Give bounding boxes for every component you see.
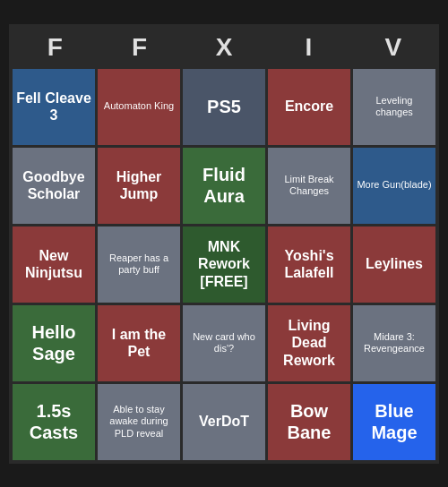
cell-text-4-1: Able to stay awake during PLD reveal (101, 404, 177, 440)
cell-text-1-0: Goodbye Scholar (16, 168, 91, 202)
cell-text-3-4: Midare 3: Revengeance (357, 331, 432, 355)
header-cell: V (351, 28, 435, 67)
cell-text-3-2: New card who dis'? (186, 331, 262, 355)
cell-3-0: Hello Sage (13, 305, 95, 381)
cell-text-1-3: Limit Break Changes (271, 174, 347, 197)
cell-4-1: Able to stay awake during PLD reveal (98, 384, 180, 460)
cell-text-3-1: I am the Pet (101, 326, 177, 360)
cell-1-4: More Gun(blade) (353, 148, 435, 224)
cell-3-1: I am the Pet (98, 305, 180, 381)
cell-text-4-4: Blue Mage (357, 400, 432, 443)
header-cell: X (182, 28, 266, 67)
cell-2-2: MNK Rework [FREE] (183, 226, 265, 303)
header-cell: F (97, 28, 181, 67)
cell-3-3: Living Dead Rework (268, 305, 350, 381)
cell-4-2: VerDoT (183, 384, 265, 460)
cell-text-1-2: Fluid Aura (186, 164, 262, 207)
cell-text-0-2: PS5 (207, 96, 241, 117)
cell-text-2-4: Leylines (366, 255, 423, 272)
cell-1-0: Goodbye Scholar (13, 148, 95, 224)
cell-2-4: Leylines (353, 226, 435, 303)
cell-4-4: Blue Mage (353, 384, 435, 460)
cell-4-0: 1.5s Casts (13, 384, 95, 460)
cell-3-2: New card who dis'? (183, 305, 265, 381)
header-cell: I (266, 28, 350, 67)
cell-text-0-4: Leveling changes (357, 95, 432, 118)
cell-text-1-4: More Gun(blade) (357, 179, 431, 191)
cell-1-1: Higher Jump (98, 148, 180, 224)
cell-text-0-0: Fell Cleave 3 (16, 90, 91, 124)
cell-text-0-1: Automaton King (104, 100, 174, 112)
cell-4-3: Bow Bane (268, 384, 350, 460)
cell-2-1: Reaper has a party buff (98, 226, 180, 303)
cell-text-1-1: Higher Jump (101, 168, 177, 202)
cell-text-2-1: Reaper has a party buff (101, 252, 177, 276)
cell-text-4-3: Bow Bane (271, 400, 347, 443)
cell-text-2-0: New Ninjutsu (16, 247, 91, 281)
cell-0-4: Leveling changes (353, 69, 435, 145)
header-cell: F (13, 28, 97, 67)
cell-1-2: Fluid Aura (183, 148, 265, 224)
cell-0-0: Fell Cleave 3 (13, 69, 95, 145)
cell-text-3-0: Hello Sage (16, 321, 91, 364)
cell-2-3: Yoshi's Lalafell (268, 226, 350, 303)
cell-text-3-3: Living Dead Rework (271, 317, 347, 369)
cell-text-4-2: VerDoT (199, 413, 249, 430)
bingo-board: FFXIV Fell Cleave 3Automaton KingPS5Enco… (9, 24, 439, 464)
cell-2-0: New Ninjutsu (13, 226, 95, 303)
cell-0-2: PS5 (183, 69, 265, 145)
cell-0-1: Automaton King (98, 69, 180, 145)
cell-text-0-3: Encore (285, 98, 333, 115)
cell-text-4-0: 1.5s Casts (16, 400, 91, 443)
bingo-header: FFXIV (13, 28, 435, 67)
cell-text-2-3: Yoshi's Lalafell (271, 247, 347, 281)
cell-3-4: Midare 3: Revengeance (353, 305, 435, 381)
cell-0-3: Encore (268, 69, 350, 145)
cell-text-2-2: MNK Rework [FREE] (186, 238, 262, 290)
cell-1-3: Limit Break Changes (268, 148, 350, 224)
bingo-grid: Fell Cleave 3Automaton KingPS5EncoreLeve… (13, 69, 435, 460)
